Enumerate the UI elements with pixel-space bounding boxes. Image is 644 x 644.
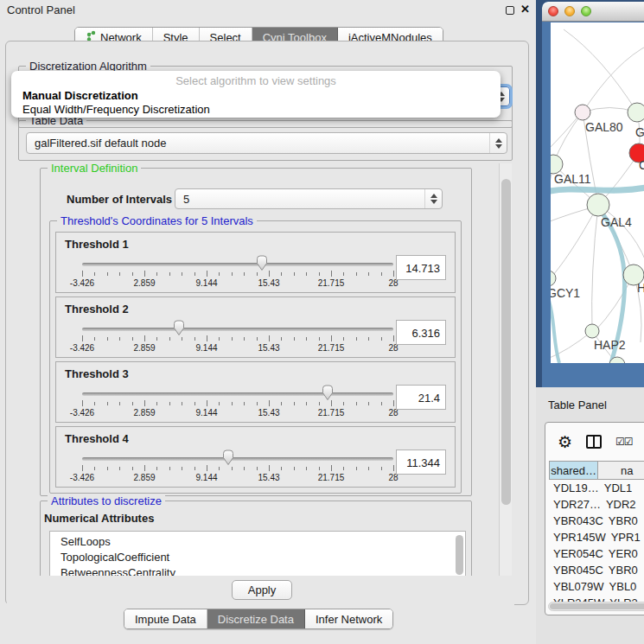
tick-label: 15.43 — [258, 278, 279, 288]
tick-mark — [82, 465, 83, 471]
tick-label: 21.715 — [318, 473, 345, 482]
table-column-header[interactable]: na — [598, 462, 644, 480]
network-window-titlebar[interactable] — [542, 2, 644, 22]
table-row[interactable]: YBR045CYBR0 — [549, 562, 644, 578]
tick-mark — [356, 402, 357, 405]
network-node[interactable] — [551, 155, 563, 174]
tick-label: 21.715 — [318, 278, 345, 288]
combo-spinner[interactable] — [424, 189, 442, 208]
tick-mark — [343, 272, 344, 276]
tick-mark — [343, 402, 344, 405]
tick-mark — [119, 402, 120, 405]
tick-mark — [94, 467, 95, 470]
tick-label: 15.43 — [258, 408, 279, 418]
tick-mark — [207, 400, 207, 406]
slider-thumb[interactable] — [322, 385, 334, 401]
numerical-attributes-list[interactable]: SelfLoopsTopologicalCoefficientBetweenne… — [49, 531, 466, 577]
panel-scrollbar[interactable] — [499, 163, 512, 578]
tick-mark — [393, 271, 394, 277]
checkbox-icon[interactable]: ☑☑ — [615, 436, 633, 448]
slider-track[interactable] — [82, 263, 393, 266]
threshold-label: Threshold 2 — [65, 303, 129, 316]
attribute-item[interactable]: TopologicalCoefficient — [50, 550, 465, 565]
table-row[interactable]: YDR27…YDR2 — [549, 496, 644, 513]
tick-mark — [393, 335, 394, 341]
tick-mark — [107, 337, 108, 341]
group-label-attributes: Attributes to discretize — [48, 494, 165, 507]
tab-discretize-data[interactable]: Discretize Data — [207, 609, 305, 628]
threshold-value-field[interactable]: 14.713 — [396, 255, 446, 280]
tick-mark — [381, 467, 382, 470]
slider-track[interactable] — [82, 392, 393, 396]
table-panel-title: Table Panel — [548, 399, 607, 411]
combo-spinner[interactable] — [489, 133, 507, 153]
table-row[interactable]: YPR145WYPR1 — [549, 529, 644, 545]
table-hscrollbar-thumb[interactable] — [550, 603, 644, 609]
threshold-label: Threshold 4 — [65, 432, 129, 445]
network-view-window[interactable]: GAL80GACGAL11GAL4GCY1HHAP2 — [542, 2, 644, 387]
slider-ticks — [82, 465, 393, 472]
network-canvas[interactable]: GAL80GACGAL11GAL4GCY1HHAP2 — [551, 22, 644, 363]
zoom-traffic-light-icon[interactable] — [581, 6, 591, 16]
apply-button[interactable]: Apply — [232, 580, 292, 600]
table-horizontal-scrollbar[interactable] — [548, 602, 644, 611]
attribute-item[interactable]: SelfLoops — [50, 534, 465, 550]
table-column-header[interactable]: shared… — [550, 462, 598, 480]
tick-mark — [306, 467, 307, 470]
tick-mark — [331, 271, 332, 277]
network-node[interactable] — [628, 103, 644, 122]
threshold-value-field[interactable]: 6.316 — [396, 320, 446, 345]
tick-mark — [232, 337, 233, 341]
tick-label: 2.859 — [133, 408, 155, 418]
slider-thumb[interactable] — [173, 320, 185, 336]
tick-label: 21.715 — [318, 343, 345, 353]
node-label: GAL11 — [554, 172, 591, 186]
threshold-value-field[interactable]: 21.4 — [396, 385, 446, 410]
slider-tick-labels: -3.4262.8599.14415.4321.71528 — [82, 473, 393, 483]
tick-mark — [368, 337, 369, 341]
slider-thumb[interactable] — [222, 450, 234, 466]
float-window-icon[interactable] — [506, 6, 514, 15]
tab-label: Discretize Data — [218, 613, 294, 626]
slider-thumb[interactable] — [256, 255, 268, 271]
table-data-combo[interactable]: galFiltered.sif default node — [26, 132, 507, 154]
network-node[interactable] — [585, 324, 599, 338]
num-intervals-combo[interactable]: 5 — [175, 188, 443, 209]
attributes-scrollbar[interactable] — [456, 535, 463, 575]
minimize-traffic-light-icon[interactable] — [564, 6, 575, 16]
tick-mark — [182, 337, 182, 341]
tick-mark — [232, 467, 233, 470]
tick-mark — [244, 467, 245, 470]
close-icon[interactable]: ✕ — [520, 3, 530, 16]
tab-label: Infer Network — [316, 613, 382, 626]
bottom-tab-bar: Impute DataDiscretize DataInfer Network — [124, 609, 393, 629]
table-row[interactable]: YBR043CYBR0 — [549, 513, 644, 529]
slider-track[interactable] — [82, 328, 393, 331]
close-traffic-light-icon[interactable] — [548, 6, 558, 16]
table-panel: Table Panel ⚙ ☑☑ shared…na YDL19…YDL1YDR… — [536, 387, 644, 644]
tick-mark — [306, 337, 307, 341]
tick-mark — [319, 402, 320, 405]
slider-track[interactable] — [82, 457, 393, 461]
slider-tick-labels: -3.4262.8599.14415.4321.71528 — [82, 343, 393, 354]
node-label: H — [637, 281, 644, 295]
gear-icon[interactable]: ⚙ — [558, 432, 572, 451]
table-row[interactable]: YER054CYER0 — [549, 545, 644, 562]
tick-label: -3.426 — [70, 278, 94, 288]
split-columns-icon[interactable] — [586, 435, 602, 449]
popup-item-manual-discretization[interactable]: Manual Discretization — [11, 89, 501, 103]
node-table: shared…na YDL19…YDL1YDR27…YDR2YBR043CYBR… — [549, 461, 644, 607]
network-node[interactable] — [575, 105, 590, 120]
node-label: C — [639, 158, 644, 172]
table-row[interactable]: YBL079WYBL0 — [549, 578, 644, 595]
network-node[interactable] — [587, 194, 609, 216]
tick-mark — [232, 402, 233, 405]
tab-impute-data[interactable]: Impute Data — [124, 609, 207, 628]
tick-mark — [119, 467, 120, 470]
tab-infer-network[interactable]: Infer Network — [305, 609, 392, 628]
table-row[interactable]: YDL19…YDL1 — [549, 480, 644, 496]
popup-item-equal-width-frequency-discretization[interactable]: Equal Width/Frequency Discretization — [11, 103, 501, 117]
slider-tick-labels: -3.4262.8599.14415.4321.71528 — [82, 408, 393, 418]
scrollbar-thumb[interactable] — [501, 179, 511, 505]
threshold-value-field[interactable]: 11.344 — [396, 450, 446, 475]
